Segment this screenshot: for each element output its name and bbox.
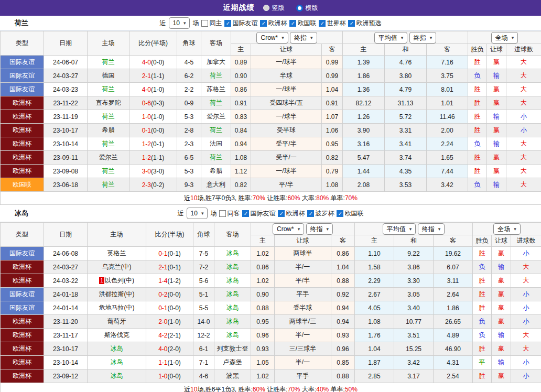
col-away: 客场 bbox=[214, 223, 251, 247]
home-team: 德国 bbox=[88, 69, 129, 83]
avg-home-odds: 2.29 bbox=[355, 274, 394, 288]
avg-home-odds: 1.10 bbox=[355, 247, 394, 260]
odds-source-group: Crow*▾ 终指▾ bbox=[231, 31, 343, 44]
sub-header: 进球数 bbox=[506, 44, 541, 56]
filter-label: 同主 bbox=[209, 19, 222, 28]
chevron-down-icon: ▾ bbox=[310, 33, 313, 42]
section-filter-bar: 冰岛近10▾场同客✓国际友谊✓欧洲杯✓波罗杯✓欧国联 bbox=[0, 205, 541, 222]
corner-count: 5-1 bbox=[193, 288, 214, 301]
match-type-badge: 欧洲杯 bbox=[1, 274, 44, 288]
home-team: 斯洛伐克 bbox=[88, 329, 146, 342]
league-filter-checkbox[interactable]: ✓欧洲杯 bbox=[260, 19, 287, 28]
sub-header: 客 bbox=[322, 44, 343, 56]
avg-draw-odds: 3.51 bbox=[394, 329, 434, 342]
result-wdl: 负 bbox=[468, 178, 487, 192]
result-handicap: 赢 bbox=[492, 274, 511, 288]
result-goals: 大 bbox=[506, 56, 541, 69]
title-bar: 近期战绩 竖版 横版 bbox=[0, 0, 541, 16]
avg-draw-odds: 3.41 bbox=[385, 137, 427, 151]
recent-count-select[interactable]: 10▾ bbox=[187, 208, 208, 219]
same-side-checkbox[interactable]: 同客 bbox=[219, 209, 240, 218]
col-home: 主场 bbox=[88, 223, 146, 247]
match-row: 欧洲杯23-09-12冰岛1-0(0-0)4-6波黑1.02平手0.882.85… bbox=[1, 369, 541, 383]
league-filter-checkbox[interactable]: ✓欧国联 bbox=[289, 19, 316, 28]
odds-away: 0.82 bbox=[322, 151, 343, 165]
games-label: 场 bbox=[210, 209, 217, 218]
odds-away: 0.99 bbox=[322, 69, 343, 83]
league-filter-checkbox[interactable]: ✓欧洲预选 bbox=[348, 19, 381, 28]
avg-away-odds: 4.89 bbox=[434, 329, 473, 342]
average-select[interactable]: 平均值▾ bbox=[383, 223, 416, 235]
home-team: 洪都拉斯(中) bbox=[88, 288, 146, 301]
odds-source-select[interactable]: Crow*▾ bbox=[273, 223, 304, 235]
fullmatch-select[interactable]: 全场▾ bbox=[491, 32, 518, 43]
result-handicap: 输 bbox=[487, 69, 506, 83]
avg-draw-odds: 9.22 bbox=[394, 247, 434, 260]
avg-draw-odds: 3.80 bbox=[385, 69, 427, 83]
results-table: 类型日期主场比分(半场)角球客场Crow*▾ 终指▾平均值▾ 终指▾全场▾主让球… bbox=[0, 222, 541, 392]
avg-draw-odds: 4.35 bbox=[385, 165, 427, 178]
sub-header: 让球 bbox=[492, 235, 511, 247]
handicap-line: 一/球半 bbox=[251, 83, 322, 96]
result-wdl: 胜 bbox=[468, 110, 487, 124]
corner-count: 5-3 bbox=[177, 110, 201, 124]
odds-away: 1.08 bbox=[322, 178, 343, 192]
match-score: 0-2(0-0) bbox=[146, 288, 193, 301]
average-final-select[interactable]: 终指▾ bbox=[409, 32, 437, 43]
league-filter-checkbox[interactable]: ✓国际友谊 bbox=[224, 19, 257, 28]
result-goals: 大 bbox=[506, 151, 541, 165]
odds-source-group: Crow*▾ 终指▾ bbox=[251, 223, 355, 235]
away-team: 冰岛 bbox=[214, 301, 251, 315]
radio-horizontal-layout[interactable]: 横版 bbox=[296, 4, 318, 13]
average-select[interactable]: 平均值▾ bbox=[374, 32, 408, 43]
match-date: 23-06-18 bbox=[44, 178, 88, 192]
radio-vertical-layout[interactable]: 竖版 bbox=[263, 4, 285, 13]
match-row: 欧洲杯23-10-17希腊0-1(0-0)2-8荷兰0.84受半球1.063.9… bbox=[1, 124, 541, 137]
sub-header: 让球 bbox=[251, 44, 322, 56]
same-side-checkbox[interactable]: 同主 bbox=[201, 19, 222, 28]
match-row: 欧洲杯23-11-22直布罗陀0-6(0-3)0-9荷兰0.91受四球半/五0.… bbox=[1, 96, 541, 110]
odds-home: 0.83 bbox=[231, 110, 251, 124]
odds-home: 0.94 bbox=[231, 137, 251, 151]
match-date: 23-10-14 bbox=[44, 356, 88, 369]
match-row: 欧洲杯23-10-17冰岛4-0(2-0)6-1列支敦士登0.93三/三球半0.… bbox=[1, 342, 541, 356]
league-filter-checkbox[interactable]: ✓欧国联 bbox=[337, 209, 363, 218]
away-team: 冰岛 bbox=[214, 288, 251, 301]
corner-count: 2-8 bbox=[177, 124, 201, 137]
handicap-line: 两球半 bbox=[275, 247, 331, 260]
average-final-select[interactable]: 终指▾ bbox=[418, 223, 445, 235]
match-type-badge: 国际友谊 bbox=[1, 69, 44, 83]
odds-away: 0.86 bbox=[331, 247, 355, 260]
home-team: 荷兰 bbox=[88, 83, 129, 96]
checked-checkbox-icon: ✓ bbox=[307, 210, 314, 217]
league-filter-checkbox[interactable]: ✓波罗杯 bbox=[307, 209, 334, 218]
home-team: 乌克兰(中) bbox=[88, 260, 146, 274]
handicap-line: 一/球半 bbox=[251, 110, 322, 124]
recent-count-select[interactable]: 10▾ bbox=[169, 17, 190, 29]
away-team: 加拿大 bbox=[201, 56, 231, 69]
avg-draw-odds: 3.31 bbox=[385, 124, 427, 137]
fullmatch-select[interactable]: 全场▾ bbox=[493, 223, 521, 235]
col-corner: 角球 bbox=[177, 31, 201, 56]
odds-source-select[interactable]: Crow*▾ bbox=[256, 32, 288, 43]
results-table: 类型日期主场比分(半场)角球客场Crow*▾ 终指▾平均值▾ 终指▾全场▾主让球… bbox=[0, 31, 541, 205]
league-filter-checkbox[interactable]: ✓世界杯 bbox=[319, 19, 345, 28]
league-filter-checkbox[interactable]: ✓国际友谊 bbox=[242, 209, 275, 218]
match-date: 23-11-17 bbox=[44, 329, 88, 342]
league-filter-checkbox[interactable]: ✓欧洲杯 bbox=[278, 209, 305, 218]
chevron-down-icon: ▾ bbox=[327, 224, 329, 234]
odds-final-select[interactable]: 终指▾ bbox=[306, 223, 333, 235]
result-goals: 小 bbox=[511, 315, 541, 329]
sub-header: 胜负 bbox=[468, 44, 487, 56]
col-type: 类型 bbox=[1, 31, 44, 56]
match-score: 1-4(1-2) bbox=[146, 274, 193, 288]
odds-home: 0.96 bbox=[251, 329, 275, 342]
avg-draw-odds: 3.53 bbox=[385, 178, 427, 192]
odds-final-select[interactable]: 终指▾ bbox=[290, 32, 317, 43]
avg-away-odds: 11.46 bbox=[427, 110, 468, 124]
match-type-badge: 欧洲杯 bbox=[1, 151, 44, 165]
filter-label: 波罗杯 bbox=[315, 209, 334, 218]
home-team: 荷兰 bbox=[88, 165, 129, 178]
away-team: 卢森堡 bbox=[214, 356, 251, 369]
result-handicap: 赢 bbox=[492, 288, 511, 301]
